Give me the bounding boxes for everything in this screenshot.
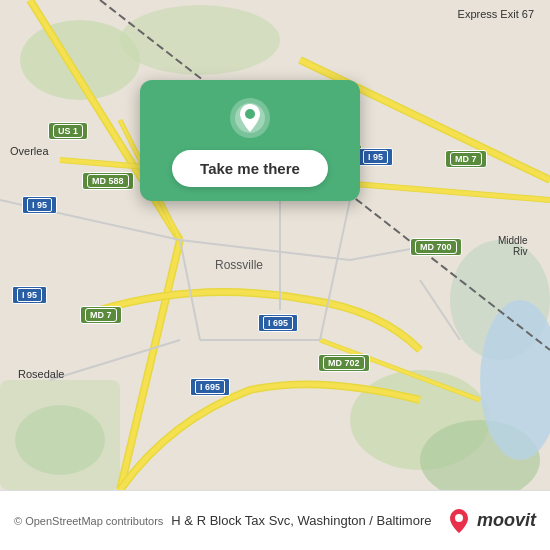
svg-point-33	[245, 109, 255, 119]
moovit-pin-icon	[445, 507, 473, 535]
overlea-label: Overlea	[10, 145, 49, 157]
svg-point-2	[120, 5, 280, 75]
shield-md7-s: MD 7	[80, 306, 122, 324]
shield-i95-w: I 95	[22, 196, 57, 214]
shield-i695-e: I 695	[258, 314, 298, 332]
shield-md588: MD 588	[82, 172, 134, 190]
shield-us1: US 1	[48, 122, 88, 140]
shield-i695-w: I 695	[190, 378, 230, 396]
svg-point-1	[20, 20, 140, 100]
svg-point-34	[455, 514, 463, 522]
moovit-logo: moovit	[445, 507, 536, 535]
svg-point-6	[15, 405, 105, 475]
shield-md700: MD 700	[410, 238, 462, 256]
copyright-text: © OpenStreetMap contributors	[14, 515, 163, 527]
shield-i95-ne: I 95	[358, 148, 393, 166]
shield-md702: MD 702	[318, 354, 370, 372]
moovit-text: moovit	[477, 510, 536, 531]
map-container: Express Exit 67 Overlea Rosedale Rossvil…	[0, 0, 550, 490]
bottom-bar: © OpenStreetMap contributors H & R Block…	[0, 490, 550, 550]
express-exit-label: Express Exit 67	[458, 8, 534, 20]
middle-river-label: MiddleRiv	[498, 235, 527, 257]
shield-i95-sw: I 95	[12, 286, 47, 304]
location-title: H & R Block Tax Svc, Washington / Baltim…	[171, 513, 437, 528]
take-me-there-button[interactable]: Take me there	[172, 150, 328, 187]
location-card: Take me there	[140, 80, 360, 201]
location-pin-icon	[228, 96, 272, 140]
rossville-label: Rossville	[215, 258, 263, 272]
rosedale-label: Rosedale	[18, 368, 64, 380]
shield-md7-ne: MD 7	[445, 150, 487, 168]
